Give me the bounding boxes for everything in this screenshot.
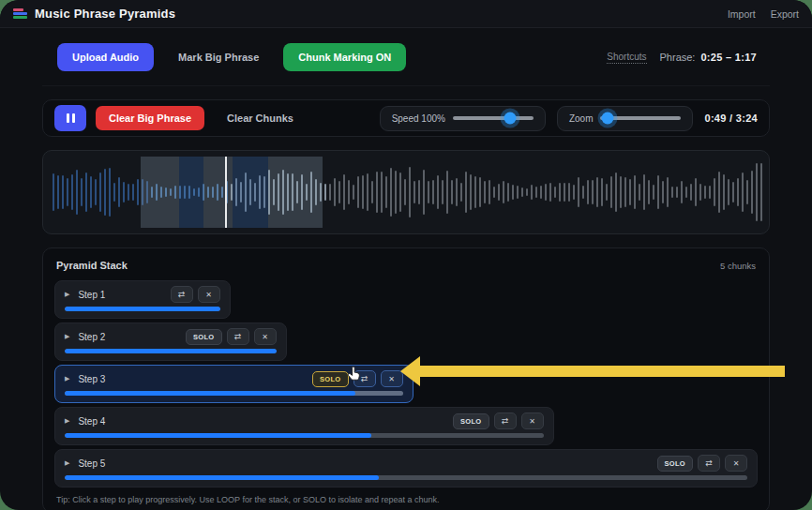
step-progress-bar (65, 433, 544, 438)
step-actions: SOLO⇄✕ (186, 328, 276, 345)
clear-chunks-button[interactable]: Clear Chunks (214, 106, 307, 130)
step-label: Step 3 (78, 374, 105, 384)
play-icon[interactable]: ▶ (65, 417, 69, 425)
play-icon[interactable]: ▶ (65, 333, 69, 340)
chunks-count-badge: 5 chunks (720, 261, 756, 271)
step-header: ▶Step 4SOLO⇄✕ (65, 412, 544, 429)
close-button[interactable]: ✕ (198, 286, 220, 303)
step-progress-bar (65, 307, 220, 311)
waveform-panel[interactable] (42, 150, 770, 234)
play-icon[interactable]: ▶ (65, 291, 69, 298)
step-actions: SOLO⇄✕ (657, 455, 747, 472)
app-window: Music Phrase Pyramids Import Export Uplo… (0, 0, 812, 510)
pyramid-logo-icon (13, 8, 27, 19)
step-header: ▶Step 3SOLO⇄✕ (65, 370, 403, 387)
step-progress-bar (65, 475, 747, 480)
export-link[interactable]: Export (771, 8, 799, 20)
solo-button[interactable]: SOLO (453, 413, 489, 429)
solo-button[interactable]: SOLO (657, 456, 693, 472)
step-label: Step 2 (78, 332, 105, 342)
phrase-label: Phrase: (660, 52, 696, 63)
shortcuts-link[interactable]: Shortcuts (607, 52, 646, 64)
upload-audio-button[interactable]: Upload Audio (57, 43, 154, 71)
step-progress-fill (65, 391, 355, 396)
step-card-5[interactable]: ▶Step 5SOLO⇄✕ (54, 449, 758, 488)
transport-bar: Clear Big Phrase Clear Chunks Speed 100%… (42, 99, 770, 137)
step-card-3[interactable]: ▶Step 3SOLO⇄✕ (54, 365, 414, 403)
playhead-line[interactable] (225, 157, 227, 228)
step-actions: ⇄✕ (171, 286, 220, 303)
chunk-segment-2[interactable] (179, 157, 203, 228)
loop-button[interactable]: ⇄ (698, 455, 720, 472)
zoom-label: Zoom (569, 113, 594, 124)
solo-button[interactable]: SOLO (312, 371, 348, 387)
pyramid-stack-title: Pyramid Stack (56, 260, 128, 271)
step-card-4[interactable]: ▶Step 4SOLO⇄✕ (54, 407, 554, 445)
step-card-2[interactable]: ▶Step 2SOLO⇄✕ (54, 322, 287, 361)
close-button[interactable]: ✕ (254, 328, 277, 345)
close-button[interactable]: ✕ (381, 370, 403, 387)
step-actions: SOLO⇄✕ (453, 412, 543, 429)
loop-button[interactable]: ⇄ (353, 370, 376, 387)
play-icon[interactable]: ▶ (65, 375, 69, 382)
zoom-slider-thumb[interactable] (602, 112, 614, 125)
chunk-segment-4[interactable] (233, 157, 268, 228)
pause-icon (72, 113, 75, 123)
speed-slider[interactable] (453, 116, 534, 120)
chunk-segment-3[interactable] (203, 157, 233, 228)
marking-toolbar: Upload Audio Mark Big Phrase Chunk Marki… (42, 28, 770, 86)
chunk-marking-toggle-button[interactable]: Chunk Marking ON (283, 43, 406, 71)
step-header: ▶Step 2SOLO⇄✕ (65, 328, 277, 345)
step-label: Step 1 (78, 290, 105, 300)
step-progress-fill (65, 433, 371, 438)
speed-slider-thumb[interactable] (504, 112, 516, 125)
top-nav: Import Export (728, 8, 799, 20)
import-link[interactable]: Import (728, 8, 756, 20)
app-title: Music Phrase Pyramids (35, 7, 175, 21)
chunk-segment-5[interactable] (268, 157, 323, 228)
clear-big-phrase-button[interactable]: Clear Big Phrase (96, 106, 204, 130)
phrase-range: Phrase:0:25 – 1:17 (660, 52, 757, 63)
top-bar: Music Phrase Pyramids Import Export (0, 0, 812, 28)
step-progress-bar (65, 391, 403, 396)
close-button[interactable]: ✕ (521, 412, 544, 429)
loop-button[interactable]: ⇄ (227, 328, 249, 345)
step-progress-bar (65, 349, 277, 353)
step-progress-fill (65, 307, 220, 311)
loop-button[interactable]: ⇄ (494, 412, 517, 429)
step-header: ▶Step 5SOLO⇄✕ (65, 455, 747, 472)
zoom-slider-group: Zoom (557, 106, 694, 131)
pause-icon (67, 113, 69, 123)
step-progress-fill (65, 349, 277, 353)
mark-big-phrase-button[interactable]: Mark Big Phrase (174, 43, 263, 71)
step-card-1[interactable]: ▶Step 1⇄✕ (54, 280, 231, 319)
time-display: 0:49 / 3:24 (704, 112, 758, 124)
steps-list: ▶Step 1⇄✕▶Step 2SOLO⇄✕▶Step 3SOLO⇄✕▶Step… (54, 280, 758, 488)
step-label: Step 5 (78, 458, 105, 469)
solo-button[interactable]: SOLO (186, 329, 221, 345)
page-background: Music Phrase Pyramids Import Export Uplo… (0, 0, 812, 510)
speed-slider-group: Speed 100% (380, 106, 546, 131)
main-content: Upload Audio Mark Big Phrase Chunk Marki… (0, 28, 812, 510)
play-icon[interactable]: ▶ (65, 459, 69, 467)
pause-button[interactable] (54, 105, 86, 131)
speed-label: Speed 100% (392, 113, 445, 124)
chunk-segment-1[interactable] (141, 157, 178, 228)
loop-button[interactable]: ⇄ (171, 286, 193, 303)
close-button[interactable]: ✕ (725, 455, 747, 472)
zoom-slider[interactable] (600, 116, 681, 120)
tip-text: Tip: Click a step to play progressively.… (54, 495, 758, 504)
step-actions: SOLO⇄✕ (312, 370, 402, 387)
step-label: Step 4 (78, 416, 105, 427)
brand: Music Phrase Pyramids (13, 7, 175, 21)
phrase-value: 0:25 – 1:17 (700, 52, 757, 63)
step-header: ▶Step 1⇄✕ (65, 286, 220, 303)
pyramid-stack-panel: Pyramid Stack 5 chunks ▶Step 1⇄✕▶Step 2S… (42, 248, 770, 510)
step-progress-fill (65, 475, 379, 480)
